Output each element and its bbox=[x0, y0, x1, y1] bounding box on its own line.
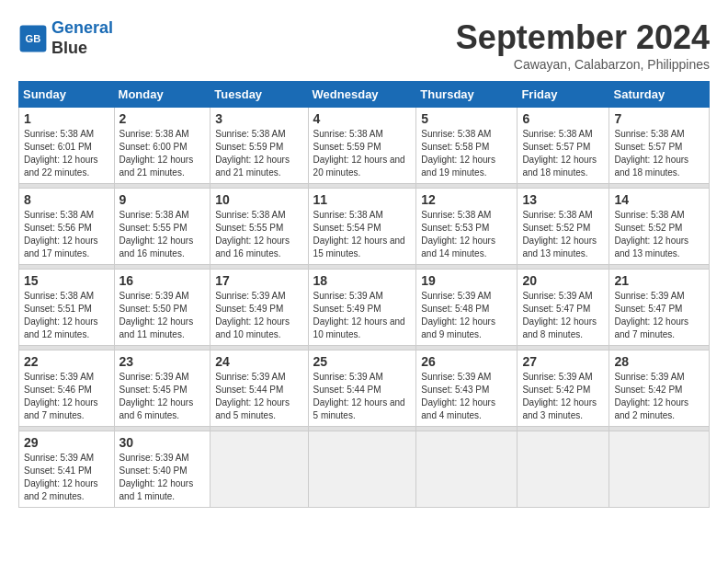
column-header-monday: Monday bbox=[114, 82, 210, 108]
calendar-cell bbox=[210, 431, 308, 508]
day-info: Sunrise: 5:38 AM Sunset: 5:56 PM Dayligh… bbox=[24, 209, 109, 260]
calendar-week-row: 1 Sunrise: 5:38 AM Sunset: 6:01 PM Dayli… bbox=[19, 108, 710, 184]
day-number: 30 bbox=[119, 435, 206, 450]
calendar-cell: 12 Sunrise: 5:38 AM Sunset: 5:53 PM Dayl… bbox=[416, 189, 518, 265]
calendar-cell: 16 Sunrise: 5:39 AM Sunset: 5:50 PM Dayl… bbox=[114, 270, 210, 346]
day-info: Sunrise: 5:38 AM Sunset: 5:57 PM Dayligh… bbox=[614, 128, 704, 179]
day-info: Sunrise: 5:39 AM Sunset: 5:43 PM Dayligh… bbox=[421, 371, 512, 422]
calendar-cell bbox=[518, 431, 609, 508]
column-header-friday: Friday bbox=[518, 82, 609, 108]
day-number: 1 bbox=[24, 111, 109, 126]
calendar-cell: 29 Sunrise: 5:39 AM Sunset: 5:41 PM Dayl… bbox=[19, 431, 115, 508]
day-info: Sunrise: 5:38 AM Sunset: 5:57 PM Dayligh… bbox=[522, 128, 604, 179]
calendar-cell: 20 Sunrise: 5:39 AM Sunset: 5:47 PM Dayl… bbox=[518, 270, 609, 346]
day-info: Sunrise: 5:38 AM Sunset: 5:53 PM Dayligh… bbox=[421, 209, 512, 260]
day-info: Sunrise: 5:38 AM Sunset: 5:51 PM Dayligh… bbox=[24, 290, 109, 341]
calendar-cell bbox=[416, 431, 518, 508]
day-number: 4 bbox=[313, 111, 412, 126]
day-info: Sunrise: 5:39 AM Sunset: 5:46 PM Dayligh… bbox=[24, 371, 109, 422]
calendar-cell: 8 Sunrise: 5:38 AM Sunset: 5:56 PM Dayli… bbox=[19, 189, 115, 265]
day-number: 23 bbox=[119, 354, 206, 369]
location-subtitle: Cawayan, Calabarzon, Philippines bbox=[456, 57, 710, 72]
day-info: Sunrise: 5:39 AM Sunset: 5:49 PM Dayligh… bbox=[215, 290, 302, 341]
logo-icon: GB bbox=[18, 24, 48, 53]
column-header-tuesday: Tuesday bbox=[210, 82, 308, 108]
calendar-cell: 24 Sunrise: 5:39 AM Sunset: 5:44 PM Dayl… bbox=[210, 350, 308, 427]
day-info: Sunrise: 5:39 AM Sunset: 5:50 PM Dayligh… bbox=[119, 290, 206, 341]
day-number: 18 bbox=[313, 273, 412, 288]
day-info: Sunrise: 5:38 AM Sunset: 5:55 PM Dayligh… bbox=[119, 209, 206, 260]
page-header: GB General Blue September 2024 Cawayan, … bbox=[18, 18, 710, 72]
day-number: 12 bbox=[421, 192, 512, 207]
day-number: 29 bbox=[24, 435, 109, 450]
day-number: 15 bbox=[24, 273, 109, 288]
day-number: 6 bbox=[522, 111, 604, 126]
column-header-sunday: Sunday bbox=[19, 82, 115, 108]
day-number: 9 bbox=[119, 192, 206, 207]
calendar-cell: 26 Sunrise: 5:39 AM Sunset: 5:43 PM Dayl… bbox=[416, 350, 518, 427]
calendar-cell: 15 Sunrise: 5:38 AM Sunset: 5:51 PM Dayl… bbox=[19, 270, 115, 346]
day-number: 26 bbox=[421, 354, 512, 369]
day-info: Sunrise: 5:39 AM Sunset: 5:44 PM Dayligh… bbox=[215, 371, 302, 422]
day-info: Sunrise: 5:38 AM Sunset: 6:00 PM Dayligh… bbox=[119, 128, 206, 179]
day-number: 28 bbox=[614, 354, 704, 369]
svg-text:GB: GB bbox=[26, 33, 41, 44]
calendar-week-row: 8 Sunrise: 5:38 AM Sunset: 5:56 PM Dayli… bbox=[19, 189, 710, 265]
day-info: Sunrise: 5:38 AM Sunset: 5:59 PM Dayligh… bbox=[313, 128, 412, 179]
day-number: 17 bbox=[215, 273, 302, 288]
calendar-cell: 30 Sunrise: 5:39 AM Sunset: 5:40 PM Dayl… bbox=[114, 431, 210, 508]
day-number: 3 bbox=[215, 111, 302, 126]
calendar-cell: 23 Sunrise: 5:39 AM Sunset: 5:45 PM Dayl… bbox=[114, 350, 210, 427]
calendar-cell: 10 Sunrise: 5:38 AM Sunset: 5:55 PM Dayl… bbox=[210, 189, 308, 265]
day-info: Sunrise: 5:39 AM Sunset: 5:41 PM Dayligh… bbox=[24, 452, 109, 503]
day-number: 25 bbox=[313, 354, 412, 369]
logo: GB General Blue bbox=[18, 18, 113, 58]
logo-text: General Blue bbox=[51, 18, 113, 58]
calendar-table: SundayMondayTuesdayWednesdayThursdayFrid… bbox=[18, 81, 710, 508]
calendar-cell: 19 Sunrise: 5:39 AM Sunset: 5:48 PM Dayl… bbox=[416, 270, 518, 346]
calendar-cell: 22 Sunrise: 5:39 AM Sunset: 5:46 PM Dayl… bbox=[19, 350, 115, 427]
calendar-cell: 11 Sunrise: 5:38 AM Sunset: 5:54 PM Dayl… bbox=[308, 189, 416, 265]
day-info: Sunrise: 5:39 AM Sunset: 5:40 PM Dayligh… bbox=[119, 452, 206, 503]
day-info: Sunrise: 5:39 AM Sunset: 5:44 PM Dayligh… bbox=[313, 371, 412, 422]
day-info: Sunrise: 5:38 AM Sunset: 5:58 PM Dayligh… bbox=[421, 128, 512, 179]
day-number: 27 bbox=[522, 354, 604, 369]
calendar-cell: 17 Sunrise: 5:39 AM Sunset: 5:49 PM Dayl… bbox=[210, 270, 308, 346]
calendar-cell: 6 Sunrise: 5:38 AM Sunset: 5:57 PM Dayli… bbox=[518, 108, 609, 184]
calendar-cell: 7 Sunrise: 5:38 AM Sunset: 5:57 PM Dayli… bbox=[609, 108, 710, 184]
day-info: Sunrise: 5:39 AM Sunset: 5:45 PM Dayligh… bbox=[119, 371, 206, 422]
calendar-week-row: 22 Sunrise: 5:39 AM Sunset: 5:46 PM Dayl… bbox=[19, 350, 710, 427]
day-number: 21 bbox=[614, 273, 704, 288]
day-info: Sunrise: 5:39 AM Sunset: 5:48 PM Dayligh… bbox=[421, 290, 512, 341]
calendar-cell bbox=[308, 431, 416, 508]
day-number: 24 bbox=[215, 354, 302, 369]
day-info: Sunrise: 5:39 AM Sunset: 5:42 PM Dayligh… bbox=[522, 371, 604, 422]
calendar-week-row: 29 Sunrise: 5:39 AM Sunset: 5:41 PM Dayl… bbox=[19, 431, 710, 508]
day-number: 5 bbox=[421, 111, 512, 126]
calendar-cell: 14 Sunrise: 5:38 AM Sunset: 5:52 PM Dayl… bbox=[609, 189, 710, 265]
calendar-cell: 2 Sunrise: 5:38 AM Sunset: 6:00 PM Dayli… bbox=[114, 108, 210, 184]
calendar-cell: 21 Sunrise: 5:39 AM Sunset: 5:47 PM Dayl… bbox=[609, 270, 710, 346]
day-info: Sunrise: 5:39 AM Sunset: 5:49 PM Dayligh… bbox=[313, 290, 412, 341]
day-number: 20 bbox=[522, 273, 604, 288]
day-info: Sunrise: 5:39 AM Sunset: 5:47 PM Dayligh… bbox=[522, 290, 604, 341]
calendar-cell: 9 Sunrise: 5:38 AM Sunset: 5:55 PM Dayli… bbox=[114, 189, 210, 265]
day-info: Sunrise: 5:38 AM Sunset: 5:52 PM Dayligh… bbox=[614, 209, 704, 260]
day-info: Sunrise: 5:38 AM Sunset: 5:59 PM Dayligh… bbox=[215, 128, 302, 179]
day-number: 7 bbox=[614, 111, 704, 126]
calendar-week-row: 15 Sunrise: 5:38 AM Sunset: 5:51 PM Dayl… bbox=[19, 270, 710, 346]
title-area: September 2024 Cawayan, Calabarzon, Phil… bbox=[456, 18, 710, 72]
day-info: Sunrise: 5:38 AM Sunset: 5:55 PM Dayligh… bbox=[215, 209, 302, 260]
day-number: 13 bbox=[522, 192, 604, 207]
day-info: Sunrise: 5:38 AM Sunset: 5:54 PM Dayligh… bbox=[313, 209, 412, 260]
calendar-cell bbox=[609, 431, 710, 508]
calendar-cell: 5 Sunrise: 5:38 AM Sunset: 5:58 PM Dayli… bbox=[416, 108, 518, 184]
calendar-header-row: SundayMondayTuesdayWednesdayThursdayFrid… bbox=[19, 82, 710, 108]
day-number: 2 bbox=[119, 111, 206, 126]
day-number: 19 bbox=[421, 273, 512, 288]
calendar-cell: 4 Sunrise: 5:38 AM Sunset: 5:59 PM Dayli… bbox=[308, 108, 416, 184]
day-number: 8 bbox=[24, 192, 109, 207]
day-number: 14 bbox=[614, 192, 704, 207]
column-header-saturday: Saturday bbox=[609, 82, 710, 108]
calendar-cell: 25 Sunrise: 5:39 AM Sunset: 5:44 PM Dayl… bbox=[308, 350, 416, 427]
